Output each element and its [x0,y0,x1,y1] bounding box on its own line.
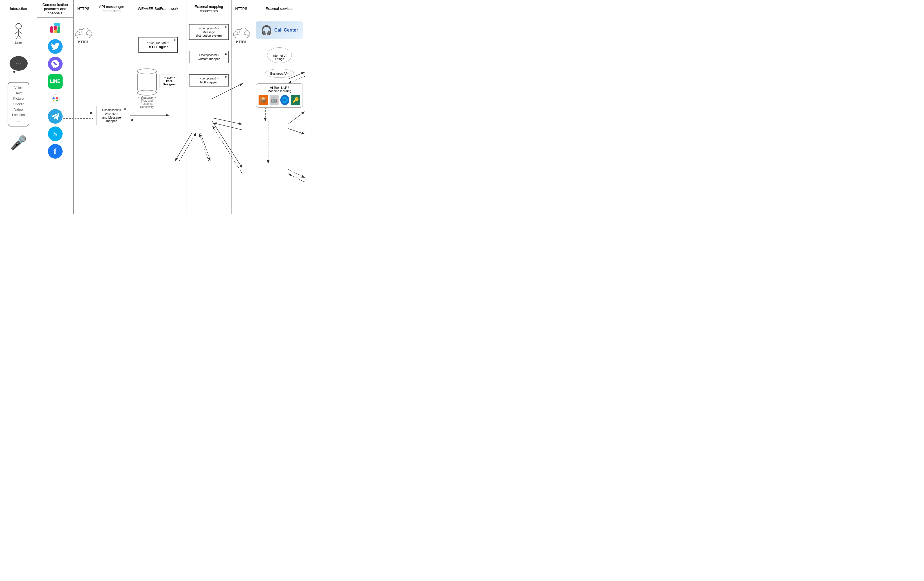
custom-name: Custom mapper [192,57,226,61]
svg-line-29 [18,36,21,39]
bot-engine-tag: <<component>> [143,41,173,44]
app-tag: <<app>> [163,76,176,79]
column-platforms: Communication platforms and channels [37,0,74,214]
svg-point-38 [51,94,60,104]
https1-label: HTTPS [75,40,92,43]
svg-point-39 [53,97,55,99]
slack-icon [48,21,63,36]
nlp-name: NLP mapper [192,81,226,84]
svg-line-28 [16,36,18,39]
ai-tool-box: AI Tool: NLP / Machine learning 📦 🤖 🌐 🔑 [256,83,303,108]
message-bubble-icon: ··· [10,56,28,71]
interaction-content: User ··· Voice Text Picture Sticker Vide… [5,17,31,214]
interaction-header: Interaction [0,0,37,17]
svg-rect-30 [50,26,53,33]
user-label: User [15,41,22,45]
msg-dist-box: ⊞ <<component>> Message distribution sys… [189,24,229,40]
db-top [137,69,157,74]
bot-designer-name: BOT Designer [163,79,176,86]
msg-dist-icon: ⊞ [225,25,227,28]
nlp-mapper-box: ⊞ <<component>> NLP mapper [189,74,229,87]
ai-icon-orange: 📦 [259,95,267,105]
svg-rect-34 [54,26,57,30]
mapping-content: ⊞ <<component>> Message distribution sys… [186,17,231,214]
svg-point-42 [56,100,58,102]
bot-engine-name: BOT Engine [143,45,173,49]
svg-rect-35 [57,23,60,26]
business-api-label: Business API [271,72,289,75]
viber-icon [48,57,63,71]
api-content: ⊞ <<component>> Validation and Message m… [93,17,130,214]
external-content: 🎧 Call Center Internet of Things Busines… [251,17,308,214]
mapping-header: External mapping connectors [186,0,231,17]
ai-tool-title: AI Tool: NLP / Machine learning [259,86,300,93]
https2-content: HTTPS [233,17,250,214]
msg-dist-tag: <<component>> [192,27,226,30]
component-icon-1: ⊞ [124,107,126,110]
interaction-title: Interaction [10,7,27,11]
column-https2: HTTPS HTTPS [231,0,251,214]
svg-point-24 [16,23,21,29]
svg-rect-37 [57,30,60,33]
skype-icon: S [48,127,63,141]
column-https1: HTTPS HTTPS [74,0,93,214]
bot-designer-box: <<app>> BOT Designer [160,74,179,88]
headset-icon: 🎧 [261,25,272,36]
api-header: API messenger connectors [93,0,130,17]
ai-icon-robot: 🤖 [269,95,279,105]
svg-line-26 [15,31,18,33]
external-header: External services [251,0,308,17]
database-tag: <<database>> [138,96,156,99]
api-title: API messenger connectors [99,5,124,13]
database-shape: <<database>> Flow and Response Repositor… [137,69,157,109]
twitter-icon [48,39,63,54]
weaver-content: ⊞ <<component>> BOT Engine <<database>> … [130,17,186,214]
bottom-components: <<database>> Flow and Response Repositor… [137,69,179,109]
globe-icon: 🌐 [282,97,288,103]
column-api: API messenger connectors ⊞ <<component>>… [93,0,130,214]
iot-label: Internet of Things [272,54,287,61]
https1-content: HTTPS [75,17,92,214]
platforms-content: LINE S [48,18,63,161]
nlp-mapper-icon: ⊞ [225,76,227,79]
svg-rect-36 [54,30,57,33]
external-title: External services [266,7,294,11]
https2-label: HTTPS [233,40,250,43]
line-icon: LINE [48,74,63,89]
user-icon [13,23,24,40]
call-center-label: Call Center [274,28,298,33]
input-types-box: Voice Text Picture Sticker Video Locatio… [8,82,29,127]
call-center-content: 🎧 Call Center [259,25,300,36]
db-bottom [137,90,157,95]
bot-designer-container: <<app>> BOT Designer [160,74,179,88]
ai-icon-green: 🔑 [291,95,300,105]
platforms-header: Communication platforms and channels [37,0,73,18]
architecture-diagram: Interaction User ··· [0,0,338,214]
nlp-tag: <<component>> [192,77,226,80]
bot-engine-box: ⊞ <<component>> BOT Engine [139,37,178,53]
robot-icon: 🤖 [271,97,277,104]
custom-mapper-icon: ⊞ [225,52,227,55]
database-label: Flow and Response Repository [140,99,153,109]
bubble-dots: ··· [15,61,21,66]
column-mapping: External mapping connectors ⊞ <<componen… [186,0,231,214]
custom-tag: <<component>> [192,54,226,57]
validation-component-box: ⊞ <<component>> Validation and Message m… [96,106,127,125]
https1-cloud: HTTPS [75,26,92,43]
mapping-title: External mapping connectors [195,5,223,13]
db-body [137,74,157,91]
column-interaction: Interaction User ··· [0,0,37,214]
https2-cloud: HTTPS [233,26,250,43]
custom-mapper-box: ⊞ <<component>> Custom mapper [189,51,229,63]
weaver-title: WEAVER BotFramework [138,7,178,11]
input-types-text: Voice Text Picture Sticker Video Locatio… [12,86,25,122]
https2-header: HTTPS [231,0,251,17]
svg-point-40 [56,97,58,99]
box-icon: 📦 [260,97,267,104]
weaver-header: WEAVER BotFramework [130,0,186,17]
svg-point-41 [53,100,54,102]
key-icon: 🔑 [293,97,299,103]
https2-title: HTTPS [235,7,247,11]
user-figure: User [13,23,24,45]
bot-engine-icon: ⊞ [174,38,176,41]
